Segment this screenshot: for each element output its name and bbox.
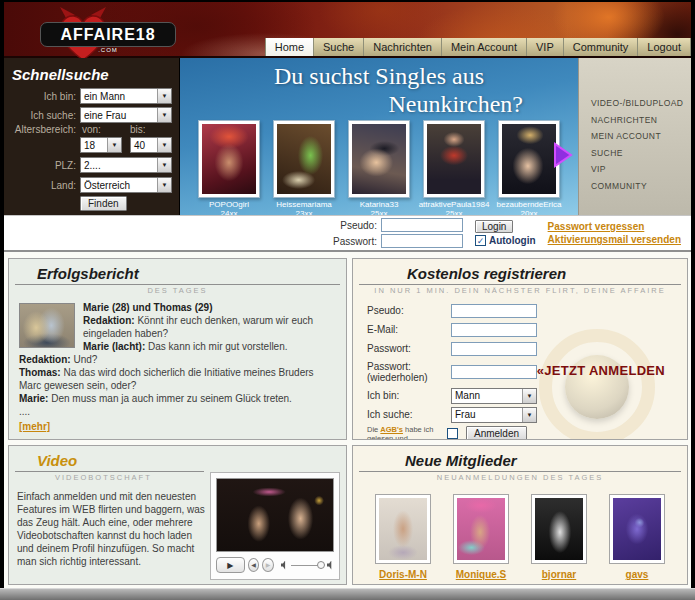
new-members-subtitle: NEUANMELDUNGEN DES TAGES xyxy=(353,473,687,482)
anmelden-button[interactable]: Anmelden xyxy=(466,426,527,440)
more-link[interactable]: [mehr] xyxy=(19,420,50,433)
login-button[interactable]: Login xyxy=(475,220,513,233)
member-name-link[interactable]: Monique.S xyxy=(456,569,507,580)
logo-link[interactable]: AFFAIRE18 .COM xyxy=(34,6,184,58)
nav-tab-vip[interactable]: VIP xyxy=(527,38,564,56)
side-menu-item-suche[interactable]: SUCHE xyxy=(591,148,691,158)
footer-bar xyxy=(0,588,695,600)
success-story-title: Erfolgsbericht xyxy=(37,265,139,282)
member-thumb[interactable]: gavs xyxy=(609,494,665,582)
volume-thumb[interactable] xyxy=(317,561,325,569)
new-members-row: Doris-M-N Monique.S bjornar gavs xyxy=(353,494,687,582)
profile-thumb[interactable]: POPOOgirl24xx xyxy=(198,120,260,215)
profile-name: Katarina33 xyxy=(360,200,399,209)
reg-i-am-select[interactable]: Mann ▼ xyxy=(451,388,537,404)
side-menu-item-mein-account[interactable]: MEIN ACCOUNT xyxy=(591,131,691,141)
age-from-select[interactable]: 18 ▼ xyxy=(80,137,122,153)
member-name-link[interactable]: bjornar xyxy=(542,569,576,580)
profile-thumb[interactable]: attraktivePaula198425xx xyxy=(423,120,485,215)
promo-banner: Du suchst Singles aus Neunkirchen? POPOO… xyxy=(180,58,578,215)
couple-photo xyxy=(19,303,75,348)
logo-box: AFFAIRE18 xyxy=(40,22,176,47)
story-ellipsis: .... xyxy=(19,405,336,418)
jetzt-anmelden-cta[interactable]: «JETZT ANMELDEN xyxy=(537,363,665,378)
profile-age: 23xx xyxy=(296,209,313,215)
chevron-down-icon: ▼ xyxy=(157,158,171,172)
nav-tab-home[interactable]: Home xyxy=(266,38,314,56)
profile-thumb[interactable]: Heissemariama23xx xyxy=(273,120,335,215)
banner-profiles: POPOOgirl24xx Heissemariama23xx Katarina… xyxy=(180,120,578,215)
side-menu-item-videoupload[interactable]: VIDEO-/BILDUPLOAD xyxy=(591,98,691,108)
video-panel: Video VIDEOBOTSCHAFT Einfach anmelden un… xyxy=(8,445,347,585)
reg-i-am-label: Ich bin: xyxy=(367,390,451,401)
nav-tab-suche[interactable]: Suche xyxy=(314,38,364,56)
member-thumb[interactable]: Doris-M-N xyxy=(375,494,431,582)
age-range-label: Altersbereich: xyxy=(4,124,76,135)
next-profiles-arrow[interactable] xyxy=(553,142,573,172)
plz-select[interactable]: 2.... ▼ xyxy=(80,157,172,173)
main-nav: Home Suche Nachrichten Mein Account VIP … xyxy=(265,38,691,56)
profile-age: 24xx xyxy=(221,209,238,215)
next-button[interactable]: ▶ xyxy=(262,558,273,572)
reg-password2-label: Passwort: xyxy=(367,361,411,372)
age-to-label: bis: xyxy=(130,124,146,135)
success-story-panel: Erfolgsbericht DES TAGES Marie (28) und … xyxy=(8,258,347,440)
profile-photo xyxy=(427,124,481,194)
agb-checkbox[interactable]: ✓ xyxy=(447,428,458,439)
side-menu: VIDEO-/BILDUPLOAD NACHRICHTEN MEIN ACCOU… xyxy=(578,58,691,215)
speaker-icon xyxy=(281,561,288,570)
reg-i-seek-select[interactable]: Frau ▼ xyxy=(451,407,537,423)
country-select[interactable]: Österreich ▼ xyxy=(80,177,172,193)
chevron-down-icon: ▼ xyxy=(522,389,536,403)
profile-thumb[interactable]: Katarina3325xx xyxy=(348,120,410,215)
nav-tab-logout[interactable]: Logout xyxy=(638,38,691,56)
quick-search-title: Schnellsuche xyxy=(12,66,109,83)
video-title: Video xyxy=(37,452,77,469)
reg-password-input[interactable] xyxy=(451,342,537,356)
video-screen[interactable] xyxy=(216,478,334,552)
password-input[interactable] xyxy=(381,234,463,248)
side-menu-item-community[interactable]: COMMUNITY xyxy=(591,181,691,191)
dialog-line: Marie: Den muss man ja auch immer zu sei… xyxy=(19,392,336,405)
member-name-link[interactable]: gavs xyxy=(626,569,649,580)
side-menu-item-vip[interactable]: VIP xyxy=(591,164,691,174)
new-members-panel: Neue Mitglieder NEUANMELDUNGEN DES TAGES… xyxy=(352,445,688,585)
member-thumb[interactable]: Monique.S xyxy=(453,494,509,582)
i-seek-label: Ich suche: xyxy=(4,110,76,121)
logo-subtitle: .COM xyxy=(34,47,182,53)
member-photo xyxy=(535,498,583,560)
side-menu-item-nachrichten[interactable]: NACHRICHTEN xyxy=(591,115,691,125)
video-subtitle: VIDEOBOTSCHAFT xyxy=(9,473,198,482)
nav-tab-mein-account[interactable]: Mein Account xyxy=(442,38,527,56)
profile-age: 25xx xyxy=(446,209,463,215)
forgot-password-link[interactable]: Passwort vergessen xyxy=(548,221,681,232)
profile-name: Heissemariama xyxy=(276,200,332,209)
member-name-link[interactable]: Doris-M-N xyxy=(379,569,427,580)
nav-tab-nachrichten[interactable]: Nachrichten xyxy=(364,38,442,56)
reg-pseudo-input[interactable] xyxy=(451,304,537,318)
chevron-down-icon: ▼ xyxy=(157,108,171,122)
banner-title-line1: Du suchst Singles aus xyxy=(180,63,578,90)
member-thumb[interactable]: bjornar xyxy=(531,494,587,582)
dialog-line: Redaktion: Und? xyxy=(19,353,336,366)
main-content: Erfolgsbericht DES TAGES Marie (28) und … xyxy=(4,252,691,585)
pseudo-input[interactable] xyxy=(381,218,463,232)
age-to-select[interactable]: 40 ▼ xyxy=(130,137,172,153)
prev-button[interactable]: ◀ xyxy=(248,558,259,572)
reg-email-input[interactable] xyxy=(451,323,537,337)
finden-button[interactable]: Finden xyxy=(80,196,127,211)
quick-search-panel: Schnellsuche Ich bin: ein Mann ▼ Ich suc… xyxy=(4,58,180,215)
reg-password2-input[interactable] xyxy=(451,365,537,379)
nav-tab-community[interactable]: Community xyxy=(564,38,639,56)
profile-thumb[interactable]: bezauberndeErica20xx xyxy=(498,120,560,215)
i-am-select[interactable]: ein Mann ▼ xyxy=(80,88,172,104)
member-photo xyxy=(457,498,505,560)
i-seek-select[interactable]: eine Frau ▼ xyxy=(80,107,172,123)
volume-slider[interactable] xyxy=(291,561,324,570)
speaker-loud-icon xyxy=(327,561,334,570)
activation-mail-link[interactable]: Aktivierungsmail versenden xyxy=(548,234,681,245)
right-arrow-icon xyxy=(553,142,573,168)
play-button[interactable]: ▶ xyxy=(216,557,245,573)
autologin-checkbox[interactable]: ✓ xyxy=(475,235,486,246)
new-members-title: Neue Mitglieder xyxy=(405,452,517,469)
